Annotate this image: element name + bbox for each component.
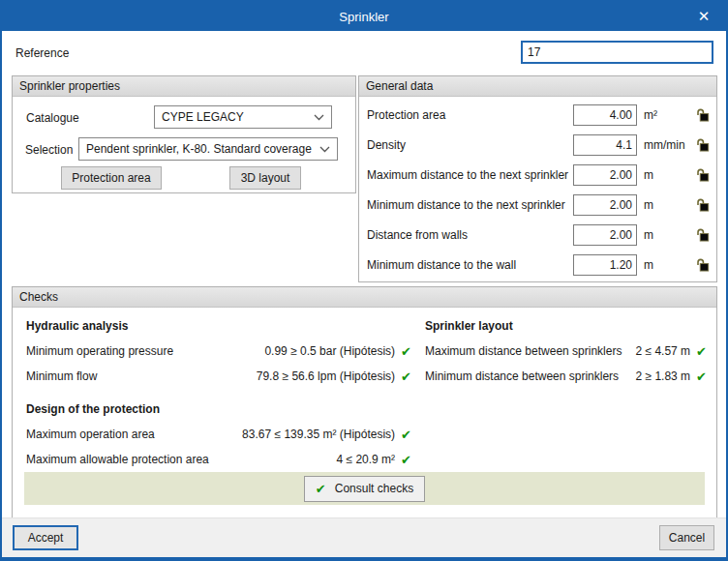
field-input[interactable]: 4.1 [573, 134, 637, 156]
field-row: Density 4.1 mm/min [359, 130, 716, 160]
group-title-text: Sprinkler properties [19, 79, 120, 93]
field-unit: m [637, 258, 694, 272]
check-value: 0.99 ≥ 0.5 bar (Hipótesis) [264, 344, 395, 358]
chevron-down-icon [319, 146, 330, 153]
field-row: Minimum distance to the next sprinkler 2… [359, 190, 716, 220]
field-value: 2.00 [610, 228, 632, 242]
field-unit: m [637, 228, 694, 242]
button-label: Cancel [669, 531, 705, 545]
check-pass-icon: ✔ [401, 453, 411, 467]
close-icon[interactable]: ✕ [682, 2, 726, 31]
field-input[interactable]: 2.00 [573, 164, 637, 186]
consult-checks-button[interactable]: ✔ Consult checks [304, 476, 425, 502]
3d-layout-button[interactable]: 3D layout [229, 166, 301, 190]
check-label: Minimum flow [26, 369, 97, 383]
field-value: 2.00 [610, 168, 632, 182]
reference-value: 17 [528, 45, 540, 59]
group-title: Checks [13, 287, 716, 308]
unlock-icon[interactable] [694, 257, 710, 272]
check-row: Minimum operating pressure 0.99 ≥ 0.5 ba… [26, 339, 411, 364]
group-title-text: General data [366, 79, 433, 93]
catalogue-label: Catalogue [26, 111, 79, 125]
selection-label: Selection [25, 143, 73, 157]
check-pass-icon: ✔ [401, 344, 411, 359]
reference-label: Reference [15, 46, 69, 60]
field-input[interactable]: 1.20 [573, 254, 637, 276]
unlock-icon[interactable] [694, 107, 710, 122]
reference-input[interactable]: 17 [521, 41, 713, 64]
field-value: 4.1 [616, 138, 632, 152]
field-unit: m² [637, 108, 694, 122]
cancel-button[interactable]: Cancel [659, 525, 714, 550]
check-value: 2 ≥ 1.83 m [635, 369, 690, 383]
check-row: Maximum distance between sprinklers 2 ≤ … [425, 339, 707, 364]
field-unit: mm/min [637, 138, 694, 152]
catalogue-select[interactable]: CYPE LEGACY [154, 105, 332, 129]
general-data-group: General data Protection area 4.00 m² Den… [358, 75, 717, 282]
unlock-icon[interactable] [694, 167, 710, 182]
unlock-icon[interactable] [694, 197, 710, 212]
group-title: General data [359, 76, 716, 97]
field-label: Density [367, 138, 573, 152]
checks-grid: Hydraulic analysis Minimum operating pre… [13, 308, 716, 472]
accept-button[interactable]: Accept [13, 525, 78, 550]
field-input[interactable]: 4.00 [573, 104, 637, 126]
check-icon: ✔ [316, 482, 326, 496]
check-value: 79.8 ≥ 56.6 lpm (Hipótesis) [257, 369, 395, 383]
check-row: Maximum operation area 83.67 ≤ 139.35 m²… [26, 422, 411, 447]
group-title-text: Checks [19, 290, 58, 304]
check-value: 4 ≤ 20.9 m² [336, 453, 395, 466]
chevron-down-icon [314, 114, 324, 121]
check-pass-icon: ✔ [401, 369, 411, 384]
field-label: Distance from walls [367, 228, 573, 242]
field-label: Minimum distance to the next sprinkler [367, 198, 573, 212]
button-label: Accept [28, 531, 64, 545]
check-label: Minimum distance between sprinklers [425, 369, 619, 383]
check-section-heading: Sprinkler layout [425, 313, 707, 339]
field-value: 2.00 [610, 198, 632, 212]
field-label: Protection area [367, 108, 573, 122]
check-section-heading: Design of the protection [26, 397, 411, 422]
catalogue-value: CYPE LEGACY [162, 110, 244, 124]
consult-checks-strip: ✔ Consult checks [24, 472, 705, 505]
check-label: Maximum distance between sprinklers [425, 344, 622, 358]
group-title: Sprinkler properties [13, 76, 355, 97]
field-row: Distance from walls 2.00 m [359, 220, 716, 250]
field-value: 4.00 [610, 108, 632, 122]
check-label: Minimum operating pressure [26, 344, 173, 358]
check-row: Minimum distance between sprinklers 2 ≥ … [425, 364, 707, 389]
check-pass-icon: ✔ [696, 369, 707, 384]
check-pass-icon: ✔ [401, 428, 411, 442]
checks-group: Checks Hydraulic analysis Minimum operat… [12, 286, 717, 519]
button-label: Consult checks [335, 482, 413, 495]
check-value: 83.67 ≤ 139.35 m² (Hipótesis) [242, 428, 395, 441]
button-label: Protection area [72, 171, 150, 185]
unlock-icon[interactable] [694, 227, 710, 242]
field-unit: m [637, 198, 694, 212]
selection-select[interactable]: Pendent sprinkler, K-80. Standard covera… [78, 137, 338, 161]
check-section-heading: Hydraulic analysis [26, 313, 411, 339]
check-row: Maximum allowable protection area 4 ≤ 20… [26, 447, 411, 472]
button-label: 3D layout [241, 171, 290, 185]
field-unit: m [637, 168, 694, 182]
check-label: Maximum operation area [26, 428, 155, 441]
protection-area-button[interactable]: Protection area [61, 166, 162, 190]
field-label: Minimum distance to the wall [367, 258, 573, 272]
field-value: 1.20 [610, 258, 632, 272]
check-value: 2 ≤ 4.57 m [635, 344, 690, 358]
general-data-rows: Protection area 4.00 m² Density 4.1 mm/m… [359, 100, 716, 280]
field-input[interactable]: 2.00 [573, 194, 637, 216]
window-title: Sprinkler [339, 10, 388, 24]
selection-value: Pendent sprinkler, K-80. Standard covera… [86, 142, 312, 156]
check-label: Maximum allowable protection area [26, 453, 209, 466]
dialog-footer: Accept Cancel [2, 517, 726, 557]
field-row: Maximum distance to the next sprinkler 2… [359, 160, 716, 190]
sprinkler-properties-group: Sprinkler properties Catalogue CYPE LEGA… [12, 75, 356, 193]
checks-left-column: Hydraulic analysis Minimum operating pre… [13, 308, 411, 472]
titlebar[interactable]: Sprinkler ✕ [2, 2, 726, 31]
field-row: Protection area 4.00 m² [359, 100, 716, 130]
field-input[interactable]: 2.00 [573, 224, 637, 246]
unlock-icon[interactable] [694, 137, 710, 152]
checks-right-column: Sprinkler layout Maximum distance betwee… [411, 308, 716, 472]
field-row: Minimum distance to the wall 1.20 m [359, 250, 716, 280]
